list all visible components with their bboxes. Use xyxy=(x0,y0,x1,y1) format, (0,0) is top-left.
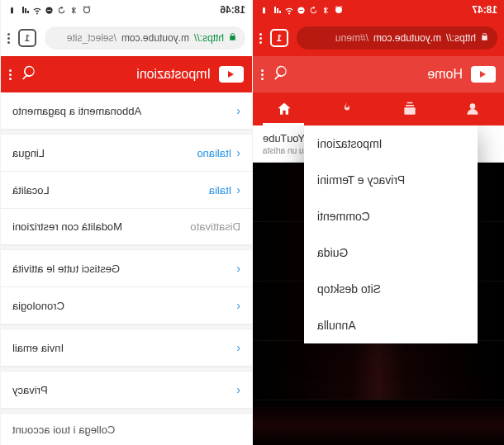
url-bar[interactable]: https://m.youtube.com/select_site xyxy=(45,26,245,50)
row-location[interactable]: ‹Italia Località xyxy=(1,172,252,209)
row-manage-activity[interactable]: ‹ Gestisci tutte le attività xyxy=(1,250,252,287)
label-location: Località xyxy=(12,184,50,196)
search-icon[interactable] xyxy=(20,64,36,84)
page-title: Impostazioni xyxy=(45,67,211,82)
svg-rect-6 xyxy=(406,105,414,107)
tab-count[interactable]: 1 xyxy=(270,29,288,47)
tab-count[interactable]: 1 xyxy=(18,29,36,47)
wifi-icon xyxy=(32,5,42,15)
label-privacy: Privacy xyxy=(12,384,48,396)
status-time: 18:47 xyxy=(472,4,497,16)
accounts-title: Collega i tuoi account xyxy=(1,414,252,439)
chevron-left-icon: ‹ xyxy=(236,146,240,159)
alarm-icon xyxy=(334,5,344,15)
chevron-left-icon: ‹ xyxy=(236,383,240,396)
url-host: m.youtube.com xyxy=(373,32,441,44)
lock-icon xyxy=(229,32,237,44)
nav-subscriptions-icon[interactable] xyxy=(401,100,419,118)
lock-icon xyxy=(481,32,489,44)
chevron-left-icon: ‹ xyxy=(236,299,240,312)
svg-rect-7 xyxy=(407,102,413,104)
row-history[interactable]: ‹ Cronologia xyxy=(1,287,252,324)
menu-item-desktop-site[interactable]: Sito desktop xyxy=(304,271,478,307)
chevron-left-icon: ‹ xyxy=(236,104,240,117)
row-subscriptions[interactable]: ‹ Abbonamenti a pagamento xyxy=(1,92,252,130)
chevron-left-icon: ‹ xyxy=(236,262,240,275)
context-menu: Impostazioni Privacy e Termini Commenti … xyxy=(304,125,478,343)
menu-item-privacy-terms[interactable]: Privacy e Termini xyxy=(304,162,478,198)
svg-rect-1 xyxy=(48,10,52,11)
sync-icon xyxy=(57,5,67,15)
page-title: Home xyxy=(297,67,463,82)
label-language: Lingua xyxy=(12,147,45,159)
svg-rect-3 xyxy=(300,10,304,11)
url-path: /#menu xyxy=(335,32,368,44)
browser-menu-icon[interactable] xyxy=(7,33,10,44)
url-bar[interactable]: https://m.youtube.com/#menu xyxy=(297,26,497,50)
app-menu-icon[interactable] xyxy=(9,69,12,80)
bluetooth-icon xyxy=(69,5,79,15)
svg-rect-5 xyxy=(404,107,415,114)
label-restricted: Modalità con restrizioni xyxy=(12,220,122,233)
value-restricted: Disattivato xyxy=(190,220,240,233)
signal-icon xyxy=(20,5,30,15)
label-email: Invia email xyxy=(12,342,64,354)
value-location: Italia xyxy=(209,184,231,196)
youtube-logo[interactable] xyxy=(219,66,244,83)
label-manage: Gestisci tutte le attività xyxy=(12,263,120,275)
row-privacy[interactable]: ‹ Privacy xyxy=(1,372,252,409)
wifi-icon xyxy=(284,5,294,15)
status-time: 18:46 xyxy=(220,4,245,16)
svg-point-4 xyxy=(470,103,476,109)
nav-account-icon[interactable] xyxy=(464,100,482,118)
row-restricted[interactable]: Disattivato Modalità con restrizioni xyxy=(1,209,252,245)
menu-item-cancel[interactable]: Annulla xyxy=(304,307,478,343)
battery-icon xyxy=(7,5,17,15)
chevron-left-icon: ‹ xyxy=(236,183,240,196)
browser-menu-icon[interactable] xyxy=(259,33,262,44)
row-language[interactable]: ‹Italiano Lingua xyxy=(1,135,252,172)
alarm-icon xyxy=(82,5,92,15)
sync-icon xyxy=(309,5,319,15)
url-scheme: https:// xyxy=(194,32,224,44)
chevron-left-icon: ‹ xyxy=(236,341,240,354)
label-subscriptions: Abbonamenti a pagamento xyxy=(12,105,141,117)
youtube-logo[interactable] xyxy=(471,66,496,83)
label-history: Cronologia xyxy=(12,300,64,312)
row-email[interactable]: ‹ Invia email xyxy=(1,329,252,367)
signal-icon xyxy=(272,5,282,15)
url-path: /select_site xyxy=(67,32,116,44)
row-twitter[interactable]: Collega Twitter xyxy=(1,439,252,445)
nav-home-icon[interactable] xyxy=(275,100,293,118)
bluetooth-icon xyxy=(321,5,331,15)
dnd-icon xyxy=(297,5,307,15)
url-host: m.youtube.com xyxy=(121,32,189,44)
dnd-icon xyxy=(45,5,55,15)
menu-item-settings[interactable]: Impostazioni xyxy=(304,125,478,162)
nav-trending-icon[interactable] xyxy=(338,100,356,118)
app-menu-icon[interactable] xyxy=(261,69,264,80)
value-language: Italiano xyxy=(197,147,231,159)
menu-item-help[interactable]: Guida xyxy=(304,234,478,271)
search-icon[interactable] xyxy=(272,64,288,84)
menu-item-comments[interactable]: Commenti xyxy=(304,198,478,234)
url-scheme: https:// xyxy=(446,32,476,44)
battery-icon xyxy=(259,5,269,15)
